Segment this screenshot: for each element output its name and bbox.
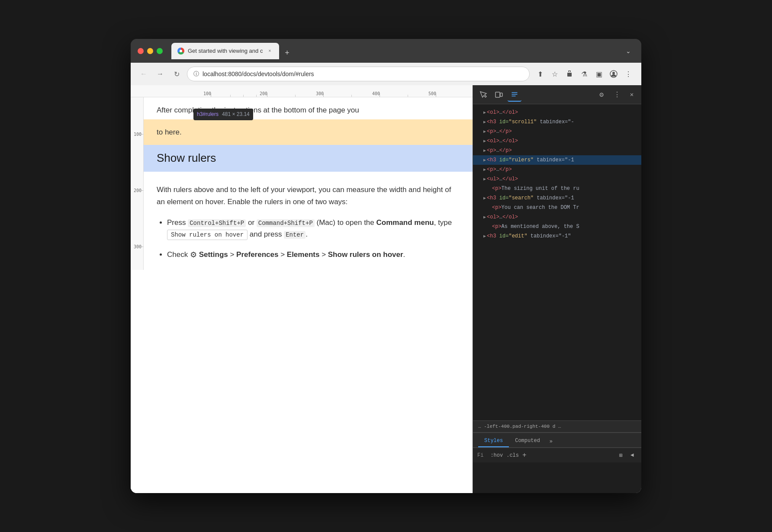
url-bar[interactable]: ⓘ localhost:8080/docs/devtools/dom/#rule… <box>187 67 530 81</box>
more-options-icon[interactable]: ⋮ <box>610 88 624 102</box>
labs-icon[interactable]: ⚗ <box>578 68 590 80</box>
code-command-shift-p: Command+Shift+P <box>257 219 315 227</box>
svg-rect-2 <box>495 92 500 97</box>
styles-tabs: Styles Computed » <box>473 433 641 448</box>
breadcrumb-text: … -left-400.pad-right-400 d … <box>478 424 561 429</box>
share-icon[interactable]: ⬆ <box>534 68 546 80</box>
close-button[interactable] <box>138 48 144 54</box>
ruler-marks: 100 200 300 400 500 <box>131 85 473 97</box>
profile-icon[interactable] <box>608 68 620 80</box>
triangle-icon: ▶ <box>483 196 486 201</box>
ruler-tick-400 <box>380 93 380 97</box>
content-with-ruler: 100 200 300 400 h3#rulers 481 × 23.14 <box>131 97 473 270</box>
hov-button[interactable]: :hov <box>490 452 503 458</box>
maximize-button[interactable] <box>157 48 163 54</box>
tab-computed[interactable]: Computed <box>509 435 546 447</box>
triangle-icon: ▶ <box>483 110 486 115</box>
ruler-left: 100 200 300 400 <box>131 97 144 270</box>
back-button[interactable]: ← <box>138 68 150 80</box>
ruler-tick-200 <box>267 93 267 97</box>
forward-button[interactable]: → <box>154 68 166 80</box>
dom-line-p3[interactable]: ▶<p>…</p> <box>473 165 641 174</box>
new-tab-button[interactable]: + <box>281 47 293 59</box>
tooltip-size: 481 × 23.14 <box>222 110 250 119</box>
dom-line-h3-scroll1[interactable]: ▶<h3 id="scroll1" tabindex="- <box>473 117 641 127</box>
ruler-tick-100 <box>211 93 211 97</box>
ruler-top: 100 200 300 400 500 <box>131 85 473 97</box>
address-bar: ← → ↻ ⓘ localhost:8080/docs/devtools/dom… <box>131 63 641 85</box>
triangle-icon: ▶ <box>483 167 486 172</box>
cls-button[interactable]: .cls <box>506 452 519 458</box>
highlight-orange: to here. <box>144 119 473 145</box>
dom-line-ol3[interactable]: ▶<ol>…</ol> <box>473 212 641 222</box>
tab-close-button[interactable]: × <box>266 48 273 54</box>
ruler-mark-200: 200 <box>260 91 267 96</box>
code-enter: Enter <box>284 231 306 239</box>
body-text: With rulers above and to the left of you… <box>157 184 460 208</box>
triangle-icon: ▶ <box>483 129 486 134</box>
page-content: 100 200 300 400 500 <box>131 85 473 493</box>
filter-input[interactable]: Fi <box>477 452 483 458</box>
dom-line-h3-rulers[interactable]: ▶<h3 id="rulers" tabindex="-1 <box>473 155 641 165</box>
dom-line-ol1[interactable]: ▶<ol>…</ol> <box>473 108 641 117</box>
highlight-blue: Show rulers <box>144 145 473 172</box>
title-bar: Get started with viewing and c × + ⌄ <box>131 39 641 63</box>
dom-line-p-mentioned[interactable]: <p>As mentioned above, the S <box>473 222 641 231</box>
dom-line-p-search[interactable]: <p>You can search the DOM Tr <box>473 203 641 212</box>
tabs-area: Get started with viewing and c × + <box>171 43 617 59</box>
extensions-icon[interactable] <box>563 68 576 80</box>
settings-icon[interactable]: ⚙ <box>595 88 608 102</box>
security-icon: ⓘ <box>193 70 199 78</box>
ruler-left-tick-100 <box>141 134 143 135</box>
toolbar-icons: ⬆ ☆ ⚗ ▣ ⋮ <box>534 68 634 80</box>
triangle-icon: ▶ <box>483 177 486 182</box>
page-text: h3#rulers 481 × 23.14 After completing t… <box>144 97 473 270</box>
triangle-icon: ▶ <box>483 158 486 163</box>
tab-label: Get started with viewing and c <box>188 48 263 54</box>
ruler-mark-300: 300 <box>316 91 324 96</box>
dom-line-p1[interactable]: ▶<p>…</p> <box>473 127 641 136</box>
dom-line-ol2[interactable]: ▶<ol>…</ol> <box>473 136 641 146</box>
triangle-icon: ▶ <box>483 234 486 239</box>
bold-show-rulers: Show rulers on hover <box>328 250 403 259</box>
dom-line-p-sizing[interactable]: <p>The sizing unit of the ru <box>473 184 641 193</box>
svg-rect-3 <box>500 93 502 96</box>
code-box-show-rulers: Show rulers on hover <box>167 230 248 240</box>
dom-line-h3-edit[interactable]: ▶<h3 id="edit" tabindex="-1" <box>473 231 641 241</box>
chrome-favicon <box>177 48 184 54</box>
tab-styles[interactable]: Styles <box>478 435 509 447</box>
menu-icon[interactable]: ⋮ <box>622 68 634 80</box>
elements-panel-icon[interactable] <box>508 88 521 102</box>
bullet-list: Press Control+Shift+P or Command+Shift+P… <box>157 217 460 261</box>
dom-tree[interactable]: ▶<ol>…</ol> ▶<h3 id="scroll1" tabindex="… <box>473 104 641 420</box>
styles-more-button[interactable]: » <box>546 436 556 447</box>
minimize-button[interactable] <box>147 48 153 54</box>
tab-expand-button[interactable]: ⌄ <box>622 46 634 56</box>
styles-panel: Styles Computed » Fi :hov .cls + ⊞ ◄ <box>473 433 641 493</box>
dom-line-ul[interactable]: ▶<ul>…</ul> <box>473 174 641 184</box>
triangle-icon: ▶ <box>483 120 486 125</box>
breadcrumb-bar: … -left-400.pad-right-400 d … <box>473 420 641 433</box>
ruler-tick-300 <box>323 93 324 97</box>
dom-line-p2[interactable]: ▶<p>…</p> <box>473 146 641 155</box>
bold-preferences: Preferences <box>236 250 278 259</box>
ruler-left-tick-300 <box>141 247 143 247</box>
layout-icon[interactable]: ⊞ <box>616 451 626 460</box>
bookmark-icon[interactable]: ☆ <box>549 68 561 80</box>
active-tab[interactable]: Get started with viewing and c × <box>171 43 279 59</box>
styles-toolbar: Fi :hov .cls + ⊞ ◄ <box>473 448 641 462</box>
bold-command-menu: Command menu <box>376 218 434 227</box>
dom-line-h3-search[interactable]: ▶<h3 id="search" tabindex="-1 <box>473 193 641 203</box>
devtools-panel: ⚙ ⋮ ✕ ▶<ol>…</ol> ▶<h3 id="scroll1" tabi… <box>473 85 641 493</box>
inspect-element-icon[interactable] <box>476 88 490 102</box>
add-style-button[interactable]: + <box>522 452 527 459</box>
reload-button[interactable]: ↻ <box>170 68 183 80</box>
sidebar-toggle-icon[interactable]: ▣ <box>593 68 605 80</box>
triangle-icon: ▶ <box>483 139 486 144</box>
svg-point-1 <box>612 72 615 74</box>
bold-settings: Settings <box>199 250 228 259</box>
bullet-item-1: Press Control+Shift+P or Command+Shift+P… <box>167 217 460 240</box>
close-devtools-button[interactable]: ✕ <box>626 89 638 101</box>
device-toggle-icon[interactable] <box>492 88 506 102</box>
sidebar-collapse-icon[interactable]: ◄ <box>627 451 637 460</box>
